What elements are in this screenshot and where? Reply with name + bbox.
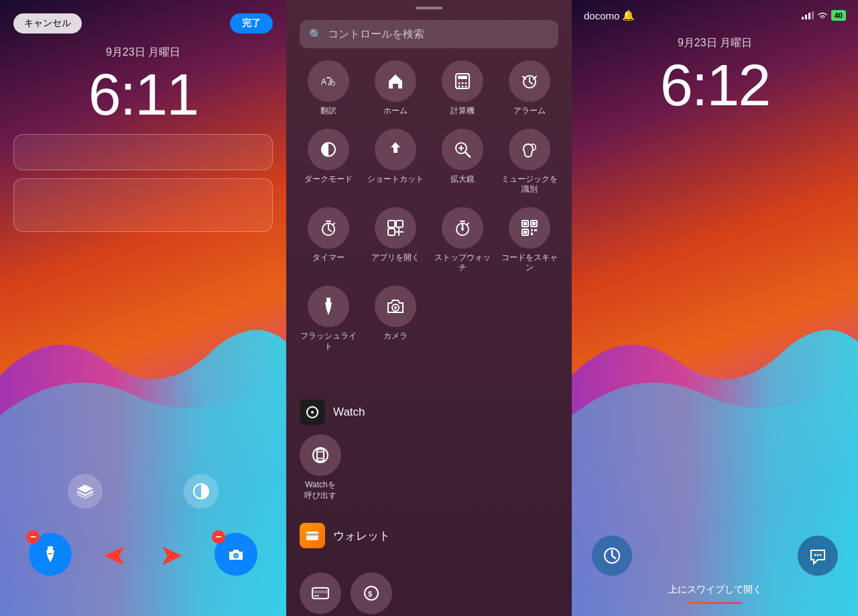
svg-point-11 bbox=[465, 82, 467, 84]
ctrl-watch[interactable]: Watchを呼び出す bbox=[300, 434, 341, 501]
search-placeholder: コントロールを検索 bbox=[328, 27, 424, 42]
svg-rect-21 bbox=[396, 221, 403, 227]
ctrl-home-label: ホーム bbox=[383, 106, 408, 117]
ctrl-stopwatch-label: ストップウォッチ bbox=[434, 253, 491, 273]
arrow-right-icon: ➤ bbox=[159, 538, 184, 572]
controls-grid: A あ 翻訳 ホーム bbox=[300, 60, 558, 352]
signal-icon bbox=[802, 11, 814, 19]
ctrl-camera[interactable]: カメラ bbox=[367, 286, 424, 352]
shortcut-icon bbox=[375, 129, 416, 170]
ctrl-translate[interactable]: A あ 翻訳 bbox=[300, 60, 357, 117]
left-widget-mid bbox=[13, 178, 273, 232]
ctrl-shortcut-label: ショートカット bbox=[367, 174, 424, 185]
ctrl-darkmode[interactable]: ダークモード bbox=[300, 129, 357, 195]
minus-badge-flashlight: − bbox=[26, 530, 40, 544]
svg-rect-51 bbox=[802, 17, 804, 19]
left-bottom-row bbox=[0, 474, 286, 509]
svg-point-36 bbox=[394, 306, 397, 309]
right-time: 6:12 bbox=[572, 51, 858, 119]
left-widget-top bbox=[13, 134, 273, 170]
search-bar[interactable]: 🔍 コントロールを検索 bbox=[300, 20, 558, 48]
darkmode-icon bbox=[308, 129, 349, 170]
magnify-icon bbox=[442, 129, 483, 170]
ctrl-magnify-label: 拡大鏡 bbox=[450, 174, 475, 185]
svg-point-57 bbox=[817, 554, 819, 556]
swipe-line bbox=[688, 602, 742, 604]
ctrl-flash-label: フラッシュライト bbox=[300, 331, 357, 352]
cancel-button[interactable]: キャンセル bbox=[13, 13, 82, 34]
ctrl-camera-label: カメラ bbox=[383, 331, 408, 342]
ctrl-shortcut[interactable]: ショートカット bbox=[367, 129, 424, 195]
calc-icon bbox=[442, 60, 483, 102]
ctrl-stopwatch[interactable]: ストップウォッチ bbox=[434, 207, 491, 273]
ctrl-qr[interactable]: コードをスキャン bbox=[501, 207, 558, 273]
right-iphone-panel: docomo 🔔 40 9月23日 月曜日 6:12 bbox=[572, 0, 858, 616]
svg-rect-41 bbox=[317, 449, 324, 461]
timer-icon bbox=[308, 207, 349, 249]
contrast-icon[interactable] bbox=[184, 474, 219, 509]
svg-rect-2 bbox=[48, 553, 52, 554]
qr-icon bbox=[509, 207, 550, 249]
svg-rect-54 bbox=[812, 11, 814, 19]
wallet-items: $ bbox=[300, 572, 558, 614]
wallet-section-header: ウォレット bbox=[300, 523, 558, 548]
translate-icon: A あ bbox=[308, 60, 349, 102]
wallet-section-title: ウォレット bbox=[333, 528, 390, 544]
message-button[interactable] bbox=[798, 536, 838, 576]
svg-rect-20 bbox=[388, 221, 395, 227]
camera-action[interactable]: − bbox=[214, 533, 257, 576]
ctrl-flash[interactable]: フラッシュライト bbox=[300, 286, 357, 352]
svg-point-13 bbox=[462, 86, 464, 88]
drag-handle bbox=[416, 7, 442, 9]
svg-marker-17 bbox=[391, 142, 400, 153]
flashlight-action[interactable]: − bbox=[29, 533, 72, 576]
left-date: 9月23日 月曜日 bbox=[0, 46, 286, 60]
svg-rect-30 bbox=[524, 231, 527, 234]
right-status-bar: docomo 🔔 40 bbox=[572, 9, 858, 21]
clock-button[interactable] bbox=[592, 536, 632, 576]
svg-point-12 bbox=[458, 86, 461, 88]
svg-rect-53 bbox=[808, 13, 810, 19]
watch-section-title: Watch bbox=[333, 406, 365, 419]
alarm-icon bbox=[509, 60, 550, 102]
svg-text:あ: あ bbox=[328, 77, 336, 86]
ctrl-calc[interactable]: 計算機 bbox=[434, 60, 491, 117]
svg-rect-8 bbox=[458, 76, 467, 79]
left-time: 6:11 bbox=[0, 60, 286, 129]
left-action-bar: − ➤ ➤ − bbox=[0, 533, 286, 576]
swipe-hint-text: 上にスワイプして開く bbox=[572, 584, 858, 596]
ctrl-music[interactable]: ミュージックを識別 bbox=[501, 129, 558, 195]
svg-point-40 bbox=[313, 448, 328, 463]
svg-point-39 bbox=[311, 411, 314, 414]
ctrl-home[interactable]: ホーム bbox=[367, 60, 424, 117]
svg-text:$: $ bbox=[368, 590, 372, 598]
openapp-icon bbox=[375, 207, 416, 249]
wallet-pay-icon[interactable]: $ bbox=[351, 572, 392, 614]
ctrl-openapp[interactable]: アプリを開く bbox=[367, 207, 424, 273]
ctrl-magnify[interactable]: 拡大鏡 bbox=[434, 129, 491, 195]
ctrl-calc-label: 計算機 bbox=[450, 106, 475, 117]
wallet-section-icon bbox=[300, 523, 325, 548]
watch-section-icon bbox=[300, 399, 325, 425]
svg-rect-29 bbox=[532, 222, 536, 225]
svg-rect-22 bbox=[388, 229, 395, 235]
ctrl-qr-label: コードをスキャン bbox=[501, 253, 558, 273]
ctrl-alarm[interactable]: アラーム bbox=[501, 60, 558, 117]
svg-rect-45 bbox=[306, 534, 318, 536]
svg-text:A: A bbox=[321, 77, 326, 86]
ctrl-timer[interactable]: タイマー bbox=[300, 207, 357, 273]
done-button[interactable]: 完了 bbox=[230, 13, 273, 34]
layers-icon[interactable] bbox=[68, 474, 103, 509]
ctrl-openapp-label: アプリを開く bbox=[371, 253, 420, 263]
svg-rect-28 bbox=[524, 222, 527, 225]
camera-button[interactable]: − bbox=[214, 533, 257, 576]
left-iphone-panel: キャンセル 完了 9月23日 月曜日 6:11 − bbox=[0, 0, 286, 616]
watch-item-container: Watchを呼び出す bbox=[300, 434, 341, 501]
svg-point-14 bbox=[465, 86, 467, 88]
flashlight-button[interactable]: − bbox=[29, 533, 72, 576]
svg-point-58 bbox=[820, 554, 822, 556]
wifi-icon bbox=[817, 11, 828, 19]
svg-rect-32 bbox=[534, 229, 537, 231]
stopwatch-icon bbox=[442, 207, 483, 249]
wallet-card-icon[interactable] bbox=[300, 572, 341, 614]
